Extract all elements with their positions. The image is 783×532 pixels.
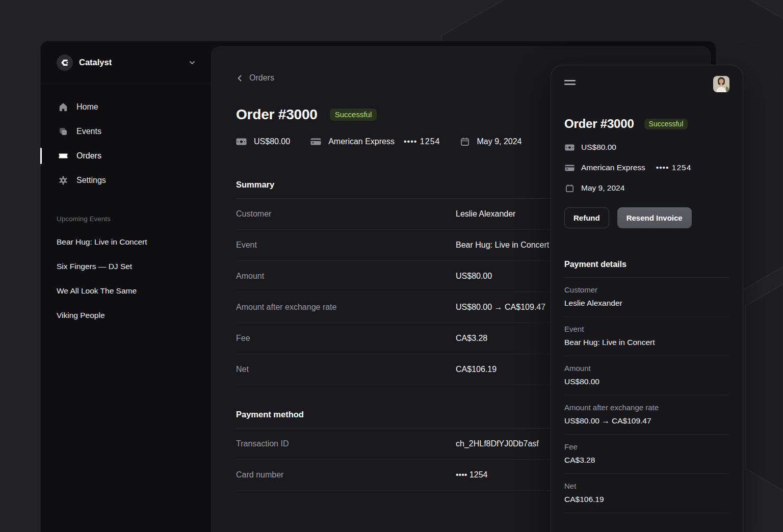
breadcrumb-label: Orders [249,73,274,83]
upcoming-events-heading: Upcoming Events [57,215,199,223]
calendar-icon [460,137,469,146]
status-badge: Successful [330,109,377,121]
order-amount-text: US$80.00 [254,137,290,146]
credit-card-icon [564,164,575,172]
chevron-down-icon [189,59,196,66]
banknote-icon [564,144,575,151]
panel-amount: US$80.00 [564,137,729,157]
panel-status-badge: Successful [644,119,688,129]
user-avatar[interactable] [713,76,729,92]
events-icon [58,126,68,137]
payment-detail-item: Net CA$106.19 [564,474,729,513]
payment-detail-item: Amount US$80.00 [564,356,729,395]
detail-value: CA$106.19 [564,495,729,504]
gear-icon [58,175,68,185]
credit-card-icon [310,138,321,146]
order-card: American Express •••• 1254 [310,137,440,146]
payment-details-heading: Payment details [564,260,729,269]
sidebar-nav: Home Events Orders [41,84,211,193]
row-label: Amount [236,272,456,281]
detail-label: Customer [564,285,729,294]
row-label: Transaction ID [236,439,456,448]
card-last4: •••• 1254 [404,137,440,146]
payment-detail-item: Event Bear Hug: Live in Concert [564,317,729,356]
brand-name: Catalyst [79,58,112,67]
panel-date-text: May 9, 2024 [581,183,624,193]
order-date: May 9, 2024 [460,137,521,146]
sidebar-item-label: Events [76,127,101,136]
workspace-switcher[interactable]: Catalyst [41,41,211,84]
refund-button[interactable]: Refund [564,207,609,228]
payment-detail-item: Amount after exchange rate US$80.00 → CA… [564,395,729,435]
payment-detail-item: Customer Leslie Alexander [564,278,729,317]
sidebar-event-link[interactable]: Six Fingers — DJ Set [57,254,199,279]
panel-order-meta: US$80.00 American Express •••• 1254 [564,137,729,198]
chevron-left-icon [236,74,244,82]
card-brand: American Express [328,137,395,146]
calendar-icon [564,184,575,193]
row-label: Event [236,241,456,250]
panel-order-title: Order #3000 [564,117,634,131]
sidebar: Catalyst Home Events [41,41,211,532]
panel-date: May 9, 2024 [564,178,729,198]
banknote-icon [236,138,247,146]
row-label: Customer [236,209,456,219]
page-title: Order #3000 [236,107,318,123]
detail-value: Leslie Alexander [564,299,729,308]
detail-value: CA$3.28 [564,456,729,465]
panel-card: American Express •••• 1254 [564,157,729,178]
payment-detail-item: Fee CA$3.28 [564,435,729,474]
row-label: Card number [236,470,456,480]
panel-amount-text: US$80.00 [581,143,616,152]
menu-icon[interactable] [564,78,576,87]
detail-label: Net [564,482,729,490]
sidebar-item-orders[interactable]: Orders [41,144,211,168]
detail-label: Event [564,325,729,333]
sidebar-event-link[interactable]: Viking People [57,303,199,328]
home-icon [58,102,68,112]
detail-label: Amount after exchange rate [564,403,729,412]
detail-label: Fee [564,442,729,451]
sidebar-item-events[interactable]: Events [41,119,211,144]
active-indicator [40,148,42,164]
sidebar-item-label: Home [76,102,98,112]
detail-value: Bear Hug: Live in Concert [564,338,729,347]
order-date-text: May 9, 2024 [477,137,521,146]
mobile-order-panel: Order #3000 Successful US$80.00 [551,65,743,532]
catalyst-logo-icon [57,55,73,71]
upcoming-events-section: Upcoming Events Bear Hug: Live in Concer… [41,193,211,328]
resend-invoice-button[interactable]: Resend Invoice [617,207,692,228]
sidebar-item-home[interactable]: Home [41,95,211,119]
order-amount: US$80.00 [236,137,290,146]
row-label: Amount after exchange rate [236,303,456,312]
sidebar-event-link[interactable]: Bear Hug: Live in Concert [57,230,199,254]
sidebar-item-label: Orders [76,151,101,161]
row-label: Fee [236,334,456,343]
panel-card-last4: •••• 1254 [656,163,692,172]
detail-label: Amount [564,364,729,373]
detail-value: US$80.00 → CA$109.47 [564,416,729,425]
sidebar-event-link[interactable]: We All Look The Same [57,279,199,303]
sidebar-item-settings[interactable]: Settings [41,168,211,193]
detail-value: US$80.00 [564,377,729,386]
panel-card-brand: American Express [581,163,645,172]
sidebar-item-label: Settings [76,176,106,185]
row-label: Net [236,365,456,374]
ticket-icon [58,151,68,161]
